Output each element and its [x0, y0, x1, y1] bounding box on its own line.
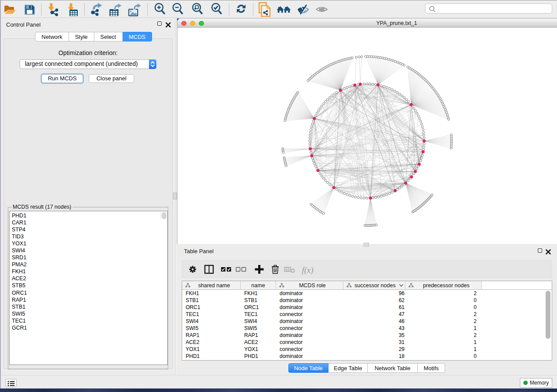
- svg-text:f(x): f(x): [302, 265, 313, 275]
